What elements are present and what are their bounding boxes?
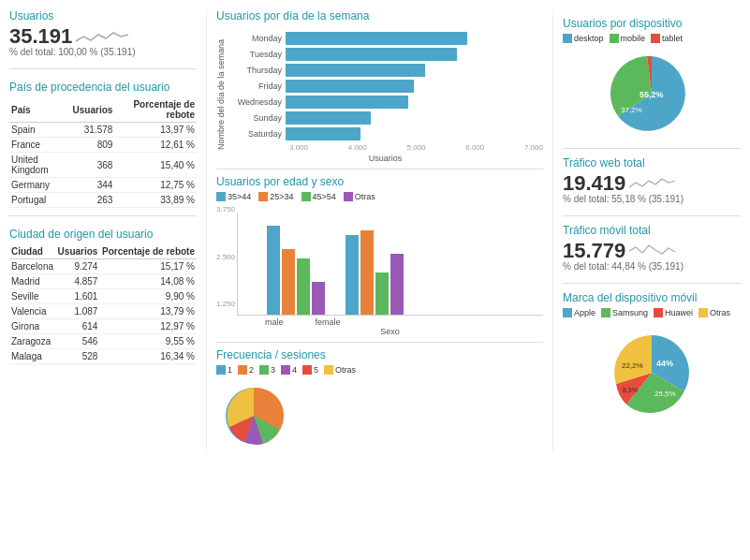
legend-color <box>216 365 226 375</box>
trafico-movil-sparkline <box>629 242 681 260</box>
legend-color <box>216 192 226 201</box>
freq-pie-chart <box>216 378 310 453</box>
legend-item: 35>44 <box>216 192 251 201</box>
legend-item: Samsung <box>601 308 648 317</box>
legend-color <box>651 34 660 43</box>
trafico-web-sub: % del total: 55,18 % (35.191) <box>563 194 741 204</box>
legend-color <box>563 34 572 43</box>
edad-x-labels: malefemale <box>237 317 543 327</box>
edad-grouped-chart <box>237 213 543 316</box>
svg-text:8,3%: 8,3% <box>623 387 638 393</box>
usuarios-block: Usuarios 35.191 % del total: 100,00 % (3… <box>9 9 197 57</box>
ciudad-section: Ciudad de origen del usuario Ciudad Usua… <box>9 228 197 364</box>
legend-item: Otras <box>324 365 356 375</box>
trafico-movil-value: 15.779 <box>563 241 625 261</box>
trafico-web-title: Tráfico web total <box>563 156 741 169</box>
bar <box>360 230 374 315</box>
legend-color <box>344 192 353 201</box>
legend-color <box>654 308 663 317</box>
ciudad-table: Ciudad Usuarios Porcentaje de rebote Bar… <box>9 244 197 364</box>
list-item: Sunday <box>228 111 543 125</box>
pais-table: País Usuarios Porcentaje de rebote Spain… <box>9 97 197 208</box>
trafico-web-value: 19.419 <box>563 173 625 194</box>
left-column: Usuarios 35.191 % del total: 100,00 % (3… <box>9 9 206 453</box>
bar <box>375 273 389 315</box>
table-row: Portugal26333,89 % <box>9 193 197 208</box>
table-row: Seville1.6019,90 % <box>9 289 197 304</box>
chart-group <box>345 230 404 315</box>
legend-color <box>238 365 247 375</box>
table-row: Valencia1.08713,79 % <box>9 304 197 319</box>
right-column: Usuarios por dispositivo desktopmobileta… <box>553 9 741 453</box>
legend-color <box>258 192 268 201</box>
semana-x-axis: 3.0004.0005.0006.0007.000 <box>228 143 543 152</box>
usuarios-sub: % del total: 100,00 % (35.191) <box>9 47 197 57</box>
legend-item: 5 <box>302 365 318 375</box>
legend-color <box>301 192 311 201</box>
semana-title: Usuarios por día de la semana <box>216 9 543 22</box>
bar <box>312 282 325 315</box>
list-item: Saturday <box>228 127 543 140</box>
legend-item: desktop <box>563 34 604 43</box>
ciudad-col-rebote: Porcentaje de rebote <box>99 244 197 259</box>
legend-item: tablet <box>651 34 683 43</box>
list-item: Thursday <box>228 64 543 77</box>
edad-title: Usuarios por edad y sexo <box>216 175 543 188</box>
table-row: Germany34412,75 % <box>9 178 197 193</box>
legend-item: 25>34 <box>258 192 293 201</box>
marca-legend: AppleSamsungHuaweiOtras <box>563 308 741 317</box>
bar <box>282 249 295 315</box>
bar <box>297 258 310 315</box>
marca-pie-container: 44% 25,5% 8,3% 22,2% <box>563 321 741 424</box>
list-item: Friday <box>228 80 543 93</box>
legend-item: 45>54 <box>301 192 336 201</box>
pais-section: País de procedencia del usuario País Usu… <box>9 81 197 208</box>
svg-text:55,2%: 55,2% <box>640 90 664 99</box>
list-item: Tuesday <box>228 48 543 61</box>
legend-color <box>281 365 290 375</box>
legend-item: Otras <box>344 192 375 201</box>
table-row: Spain31.57813,97 % <box>9 123 197 138</box>
edad-section: Usuarios por edad y sexo 35>4425>3445>54… <box>216 175 543 336</box>
table-row: Barcelona9.27415,17 % <box>9 259 197 274</box>
trafico-movil-sub: % del total: 44,84 % (35.191) <box>563 261 741 272</box>
bar <box>390 254 404 315</box>
dispositivo-pie-container: 55,2% 37,2% <box>563 47 741 140</box>
table-row: France80912,61 % <box>9 138 197 153</box>
semana-y-label: Nombre del día de la semana <box>216 39 226 150</box>
legend-item: 1 <box>216 365 232 375</box>
semana-bar-chart: MondayTuesdayThursdayFridayWednesdaySund… <box>228 32 543 140</box>
mid-column: Usuarios por día de la semana Nombre del… <box>206 9 553 453</box>
legend-item: 4 <box>281 365 297 375</box>
ciudad-title: Ciudad de origen del usuario <box>9 228 197 241</box>
dispositivo-section: Usuarios por dispositivo desktopmobileta… <box>563 17 741 140</box>
pais-col-usuarios: Usuarios <box>71 97 115 123</box>
trafico-movil-title: Tráfico móvil total <box>563 224 741 237</box>
freq-title: Frecuencia / sesiones <box>216 348 543 361</box>
ciudad-col-ciudad: Ciudad <box>9 244 55 259</box>
usuarios-value: 35.191 <box>9 26 72 47</box>
edad-legend: 35>4425>3445>54Otras <box>216 192 543 201</box>
freq-legend: 12345Otras <box>216 365 543 375</box>
trafico-web-sparkline <box>629 174 681 193</box>
svg-text:22,2%: 22,2% <box>622 361 643 370</box>
freq-section: Frecuencia / sesiones 12345Otras <box>216 348 543 453</box>
dispositivo-legend: desktopmobiletablet <box>563 34 741 43</box>
legend-item: 2 <box>238 365 254 375</box>
table-row: Madrid4.85714,08 % <box>9 274 197 289</box>
svg-text:25,5%: 25,5% <box>654 390 676 398</box>
semana-section: Usuarios por día de la semana Nombre del… <box>216 9 543 163</box>
trafico-web-block: Tráfico web total 19.419 % del total: 55… <box>563 156 741 204</box>
ciudad-col-usuarios: Usuarios <box>55 244 99 259</box>
legend-color <box>563 308 572 317</box>
edad-x-label: Sexo <box>237 327 543 336</box>
freq-pie-container <box>216 378 543 453</box>
pais-title: País de procedencia del usuario <box>9 81 197 94</box>
marca-pie: 44% 25,5% 8,3% 22,2% <box>591 321 713 424</box>
edad-y-axis: 3.750 2.500 1.250 <box>216 205 237 308</box>
marca-section: Marca del dispositivo móvil AppleSamsung… <box>563 291 741 424</box>
legend-color <box>302 365 312 375</box>
pais-col-pais: País <box>9 97 71 123</box>
list-item: Monday <box>228 32 543 45</box>
svg-text:37,2%: 37,2% <box>621 106 642 114</box>
